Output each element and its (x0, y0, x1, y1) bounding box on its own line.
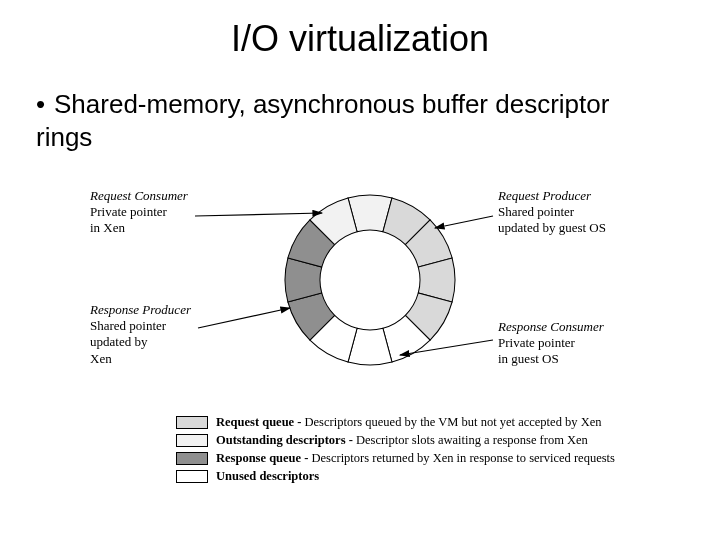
ring-diagram: Request Consumer Private pointer in Xen … (90, 180, 630, 520)
legend-text: Response queue - Descriptors returned by… (216, 451, 615, 466)
svg-line-3 (400, 340, 493, 355)
legend-swatch (176, 470, 208, 483)
svg-line-1 (435, 216, 493, 228)
legend-text: Request queue - Descriptors queued by th… (216, 415, 601, 430)
bullet-item: •Shared-memory, asynchronous buffer desc… (36, 88, 656, 153)
pointer-arrows (90, 180, 630, 410)
svg-line-0 (195, 213, 322, 216)
legend-text: Outstanding descriptors - Descriptor slo… (216, 433, 588, 448)
legend-swatch (176, 434, 208, 447)
legend-row: Outstanding descriptors - Descriptor slo… (176, 433, 615, 448)
svg-line-2 (198, 308, 290, 328)
legend-swatch (176, 452, 208, 465)
legend: Request queue - Descriptors queued by th… (176, 415, 615, 487)
bullet-text: Shared-memory, asynchronous buffer descr… (36, 89, 609, 152)
legend-swatch (176, 416, 208, 429)
legend-text: Unused descriptors (216, 469, 319, 484)
legend-row: Unused descriptors (176, 469, 615, 484)
legend-row: Response queue - Descriptors returned by… (176, 451, 615, 466)
bullet-dot: • (36, 88, 54, 121)
legend-row: Request queue - Descriptors queued by th… (176, 415, 615, 430)
page-title: I/O virtualization (0, 18, 720, 60)
